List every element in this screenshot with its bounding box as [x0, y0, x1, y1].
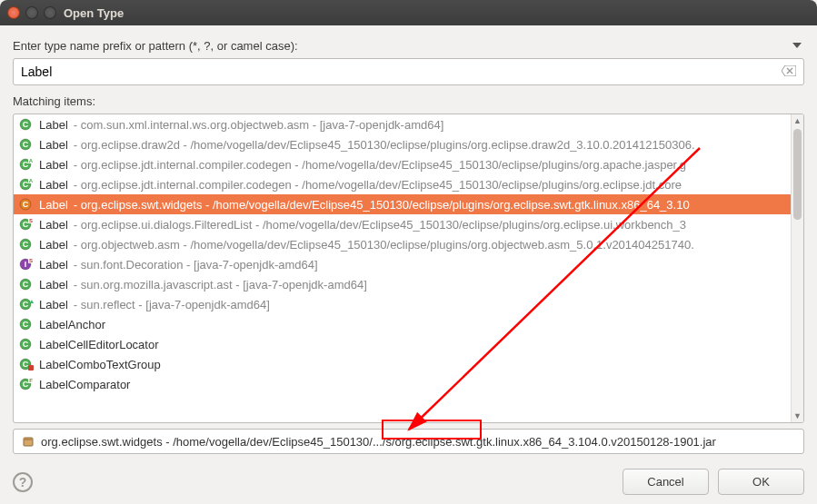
item-detail: - org.eclipse.jdt.internal.compiler.code… [74, 178, 682, 192]
svg-text:F: F [29, 378, 33, 383]
item-name: LabelCellEditorLocator [39, 338, 159, 351]
maximize-button[interactable] [44, 6, 56, 19]
class-green-icon: C [19, 277, 34, 292]
search-input[interactable] [21, 64, 776, 79]
item-detail: - com.sun.xml.internal.ws.org.objectweb.… [74, 118, 444, 132]
list-item[interactable]: C Label - org.eclipse.swt.widgets - /hom… [14, 194, 803, 214]
jar-icon [21, 434, 35, 449]
prompt-row: Enter type name prefix or pattern (*, ?,… [13, 38, 804, 53]
class-green-icon: C [19, 317, 34, 331]
svg-text:S: S [29, 218, 33, 223]
item-name: Label [39, 258, 68, 272]
item-detail: - sun.org.mozilla.javascript.ast - [java… [74, 278, 367, 292]
menu-dropdown-icon[interactable] [790, 38, 804, 53]
item-detail: - org.eclipse.jdt.internal.compiler.code… [74, 158, 686, 172]
class-orange-icon: C [19, 197, 34, 212]
item-name: Label [39, 218, 68, 232]
svg-text:C: C [23, 340, 29, 349]
item-name: Label [39, 278, 68, 292]
minimize-button[interactable] [25, 6, 38, 19]
close-button[interactable] [7, 6, 20, 19]
item-name: Label [39, 138, 68, 152]
svg-text:C: C [23, 280, 29, 289]
ok-button[interactable]: OK [718, 469, 804, 495]
class-green-f-icon: C F [19, 377, 34, 391]
svg-text:A: A [29, 178, 34, 183]
svg-text:C: C [23, 300, 29, 309]
class-green-a-icon: C A [19, 177, 34, 192]
item-detail: - org.eclipse.draw2d - /home/vogella/dev… [74, 138, 695, 152]
results-list[interactable]: C Label - com.sun.xml.internal.ws.org.ob… [13, 114, 804, 423]
svg-text:C: C [23, 120, 29, 129]
dialog-buttons: Cancel OK [623, 469, 804, 495]
item-detail: - org.objectweb.asm - /home/vogella/dev/… [74, 238, 694, 252]
list-item[interactable]: C A Label - org.eclipse.jdt.internal.com… [14, 174, 803, 194]
list-item[interactable]: C LabelCellEditorLocator [14, 334, 803, 354]
svg-text:S: S [29, 258, 33, 263]
svg-text:C: C [23, 220, 29, 229]
item-name: Label [39, 158, 68, 172]
svg-text:C: C [23, 380, 29, 389]
item-name: Label [39, 178, 68, 192]
window-buttons [7, 6, 56, 19]
list-item[interactable]: C Label - org.eclipse.draw2d - /home/vog… [14, 134, 803, 154]
class-green-icon: C [19, 237, 34, 252]
clear-icon[interactable] [782, 64, 796, 79]
item-name: LabelComboTextGroup [39, 358, 161, 371]
scroll-up-icon[interactable]: ▲ [792, 114, 803, 127]
item-detail: - sun.font.Decoration - [java-7-openjdk-… [74, 258, 318, 272]
list-item[interactable]: C Label - org.objectweb.asm - /home/voge… [14, 234, 803, 254]
item-name: Label [39, 298, 68, 311]
svg-text:I: I [25, 260, 27, 269]
item-detail: - org.eclipse.swt.widgets - /home/vogell… [74, 198, 690, 212]
status-text: org.eclipse.swt.widgets - /home/vogella/… [41, 435, 716, 449]
window-title: Open Type [64, 6, 124, 20]
list-item[interactable]: C Label - sun.org.mozilla.javascript.ast… [14, 274, 803, 294]
class-green-a-icon: C A [19, 157, 34, 172]
svg-rect-34 [28, 365, 34, 371]
list-item[interactable]: I S Label - sun.font.Decoration - [java-… [14, 254, 803, 274]
svg-text:C: C [23, 140, 29, 149]
prompt-label: Enter type name prefix or pattern (*, ?,… [13, 39, 298, 53]
class-green-s-icon: C S [19, 217, 34, 232]
dialog-body: Enter type name prefix or pattern (*, ?,… [0, 25, 817, 504]
status-bar: org.eclipse.swt.widgets - /home/vogella/… [13, 429, 804, 454]
titlebar: Open Type [0, 0, 817, 25]
list-item[interactable]: C F LabelComparator [14, 374, 803, 394]
svg-text:C: C [23, 200, 29, 209]
help-icon[interactable]: ? [13, 472, 33, 492]
svg-text:C: C [23, 360, 29, 369]
item-name: Label [39, 118, 68, 132]
class-red-icon: C [19, 357, 34, 371]
scrollbar[interactable]: ▲ ▼ [791, 114, 803, 422]
item-name: Label [39, 238, 68, 252]
footer: ? Cancel OK [13, 469, 804, 495]
svg-rect-40 [24, 438, 33, 440]
list-item[interactable]: C LabelComboTextGroup [14, 354, 803, 374]
list-item[interactable]: C A Label - org.eclipse.jdt.internal.com… [14, 154, 803, 174]
svg-text:C: C [23, 320, 29, 329]
list-item[interactable]: C LabelAnchor [14, 314, 803, 334]
matching-label: Matching items: [13, 94, 804, 108]
item-detail: - org.eclipse.ui.dialogs.FilteredList - … [74, 218, 686, 232]
item-name: LabelComparator [39, 378, 130, 391]
class-green-icon: C [19, 117, 34, 132]
svg-text:C: C [23, 240, 29, 249]
svg-text:C: C [23, 160, 29, 169]
scroll-down-icon[interactable]: ▼ [792, 410, 803, 422]
scrollbar-thumb[interactable] [793, 129, 802, 220]
class-purple-s-icon: I S [19, 257, 34, 272]
item-name: Label [39, 198, 68, 212]
list-item[interactable]: C S Label - org.eclipse.ui.dialogs.Filte… [14, 214, 803, 234]
class-green-icon: C [19, 337, 34, 351]
svg-text:A: A [29, 158, 34, 163]
item-detail: - sun.reflect - [java-7-openjdk-amd64] [74, 298, 270, 311]
item-name: LabelAnchor [39, 318, 105, 331]
list-item[interactable]: C Label - sun.reflect - [java-7-openjdk-… [14, 294, 803, 314]
class-green-icon: C [19, 137, 34, 152]
list-item[interactable]: C Label - com.sun.xml.internal.ws.org.ob… [14, 114, 803, 134]
search-input-wrap[interactable] [13, 58, 804, 85]
class-up-icon: C [19, 297, 34, 311]
cancel-button[interactable]: Cancel [623, 469, 709, 495]
svg-text:C: C [23, 180, 29, 189]
